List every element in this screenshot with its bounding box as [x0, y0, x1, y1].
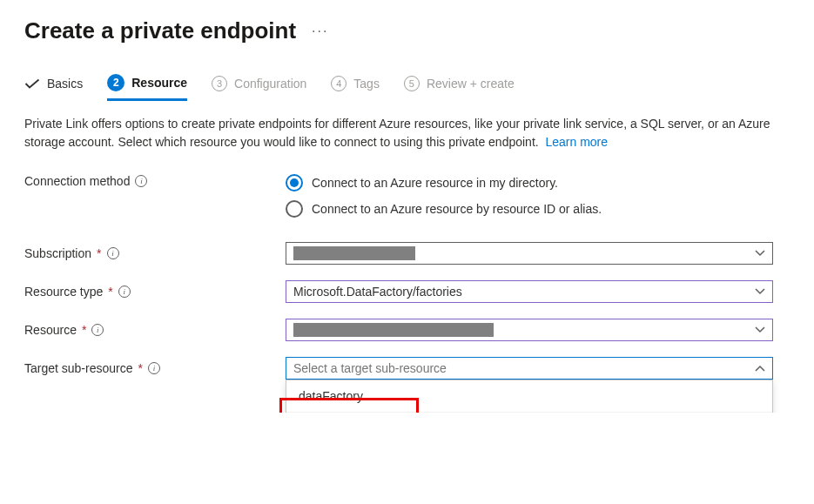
target-sub-placeholder: Select a target sub-resource	[293, 361, 447, 375]
info-icon[interactable]: i	[148, 362, 160, 374]
tab-tags[interactable]: 4 Tags	[331, 76, 380, 100]
radio-icon	[286, 174, 303, 192]
radio-connect-directory[interactable]: Connect to an Azure resource in my direc…	[286, 174, 773, 192]
target-sub-dropdown: dataFactory portal	[286, 380, 773, 413]
intro-text: Private Link offers options to create pr…	[24, 115, 773, 151]
info-icon[interactable]: i	[135, 175, 147, 187]
required-mark: *	[138, 361, 143, 375]
required-mark: *	[108, 285, 112, 299]
redacted-value	[293, 246, 415, 260]
page-title: Create a private endpoint	[24, 17, 296, 44]
required-mark: *	[97, 246, 101, 260]
tab-label: Tags	[353, 77, 380, 91]
resource-select[interactable]	[286, 319, 773, 341]
connection-method-label: Connection method	[24, 174, 130, 188]
tab-configuration[interactable]: 3 Configuration	[212, 76, 306, 100]
resource-type-label: Resource type	[24, 285, 103, 299]
resource-type-value: Microsoft.DataFactory/factories	[293, 285, 462, 299]
radio-connect-by-id[interactable]: Connect to an Azure resource by resource…	[286, 200, 773, 218]
tab-label: Review + create	[427, 77, 515, 91]
tab-label: Basics	[47, 77, 83, 91]
more-icon[interactable]: ···	[312, 24, 328, 39]
step-badge: 3	[212, 76, 227, 91]
tab-review-create[interactable]: 5 Review + create	[404, 76, 515, 100]
chevron-down-icon	[755, 250, 765, 257]
chevron-down-icon	[755, 288, 765, 295]
wizard-tabs: Basics 2 Resource 3 Configuration 4 Tags…	[24, 74, 790, 101]
tab-resource[interactable]: 2 Resource	[107, 74, 187, 101]
chevron-up-icon	[755, 365, 765, 372]
step-badge: 5	[404, 76, 420, 91]
learn-more-link[interactable]: Learn more	[545, 135, 608, 149]
step-badge: 4	[331, 76, 346, 91]
tab-label: Configuration	[234, 77, 306, 91]
tab-basics[interactable]: Basics	[24, 77, 83, 99]
info-icon[interactable]: i	[118, 286, 131, 298]
chevron-down-icon	[755, 326, 765, 333]
subscription-select[interactable]	[286, 242, 773, 265]
target-sub-select[interactable]: Select a target sub-resource	[286, 357, 773, 380]
info-icon[interactable]: i	[107, 247, 119, 259]
dropdown-option-datafactory[interactable]: dataFactory	[286, 380, 772, 412]
info-icon[interactable]: i	[91, 324, 104, 336]
tab-label: Resource	[131, 76, 187, 90]
connection-method-radiogroup: Connect to an Azure resource in my direc…	[286, 174, 773, 218]
resource-type-select[interactable]: Microsoft.DataFactory/factories	[286, 280, 773, 303]
dropdown-option-portal[interactable]: portal	[286, 412, 772, 413]
target-sub-label: Target sub-resource	[24, 361, 133, 375]
radio-icon	[286, 200, 303, 218]
step-badge: 2	[107, 74, 124, 91]
resource-label: Resource	[24, 323, 77, 337]
check-icon	[24, 78, 40, 89]
required-mark: *	[82, 323, 86, 337]
subscription-label: Subscription	[24, 246, 91, 260]
redacted-value	[293, 323, 494, 337]
